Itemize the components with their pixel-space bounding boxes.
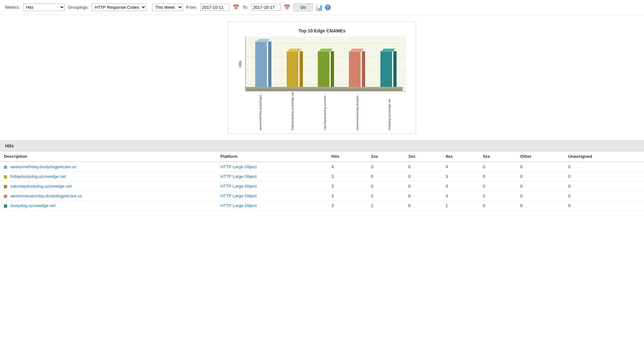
bar-3d[interactable] xyxy=(380,51,393,87)
chart-box: Top 10 Edge CNAMEs Hits xyxy=(228,21,416,134)
platform-link[interactable]: HTTP Large Object xyxy=(221,203,257,208)
cell-3xx: 0 xyxy=(404,201,442,211)
bar-wrapper[interactable] xyxy=(343,51,368,87)
cell-5xx: 0 xyxy=(479,191,516,201)
y-axis-label: Hits xyxy=(238,61,243,67)
col-description: Description xyxy=(0,151,217,162)
table-row: saturdaydustydog.azureedge.net HTTP Larg… xyxy=(0,181,644,191)
from-input[interactable] xyxy=(200,4,230,11)
cell-other: 0 xyxy=(516,191,564,201)
cell-2xx: 2 xyxy=(367,201,404,211)
section-header: Hits xyxy=(0,140,644,151)
go-button[interactable]: Go xyxy=(293,3,313,11)
data-table: Description Platform Hits 2xx 3xx 4xx 5x… xyxy=(0,151,644,211)
x-axis-label: awesomefriday.dustydogpetcare.us xyxy=(259,91,262,130)
x-axis-label: awesomesaturday.dustydogpetcare.us xyxy=(356,91,359,130)
cell-hits: 3 xyxy=(328,172,367,181)
cell-platform: HTTP Large Object xyxy=(217,181,328,191)
col-2xx: 2xx xyxy=(367,151,404,162)
cell-4xx: 3 xyxy=(442,172,479,181)
cell-3xx: 0 xyxy=(404,181,442,191)
section-title: Hits xyxy=(5,143,14,148)
cell-other: 0 xyxy=(516,201,564,211)
cell-4xx: 1 xyxy=(442,201,479,211)
cell-2xx: 0 xyxy=(367,181,404,191)
period-select[interactable]: Today Yesterday This Week Last Week This… xyxy=(152,4,183,11)
help-icon[interactable]: ? xyxy=(325,5,331,10)
col-hits: Hits xyxy=(328,151,367,162)
to-input[interactable] xyxy=(251,4,280,11)
platform-link[interactable]: HTTP Large Object xyxy=(221,184,257,189)
cell-5xx: 0 xyxy=(479,201,516,211)
from-label: From: xyxy=(186,5,197,10)
description-link[interactable]: saturdaydustydog.azureedge.net xyxy=(10,184,72,189)
cell-5xx: 0 xyxy=(479,172,516,181)
groupings-label: Groupings: xyxy=(68,5,89,10)
groupings-select[interactable]: HTTP Response Codes Platform Status xyxy=(92,4,146,11)
bar-wrapper[interactable] xyxy=(249,41,274,87)
cell-unassigned: 0 xyxy=(564,181,644,191)
cell-unassigned: 0 xyxy=(564,201,644,211)
from-calendar-icon[interactable]: 📅 xyxy=(233,4,239,10)
cell-4xx: 4 xyxy=(442,162,479,172)
toolbar: Metrics: Hits Data Transferred Cache Hit… xyxy=(0,0,644,15)
cell-platform: HTTP Large Object xyxy=(217,191,328,201)
color-dot xyxy=(4,204,7,208)
cell-2xx: 0 xyxy=(367,191,404,201)
bar-3d[interactable] xyxy=(255,41,268,87)
chart-container: Top 10 Edge CNAMEs Hits xyxy=(0,15,644,140)
cell-platform: HTTP Large Object xyxy=(217,172,328,181)
x-axis-label: saturdaydustydog.azureedge.net xyxy=(323,91,327,130)
col-other: Other xyxy=(516,151,564,162)
col-platform: Platform xyxy=(217,151,328,162)
metrics-label: Metrics: xyxy=(5,5,20,10)
x-labels: awesomefriday.dustydogpetcare.usfridaydu… xyxy=(238,91,406,130)
cell-5xx: 0 xyxy=(479,162,516,172)
cell-unassigned: 0 xyxy=(564,191,644,201)
to-calendar-icon[interactable]: 📅 xyxy=(284,4,290,10)
cell-platform: HTTP Large Object xyxy=(217,162,328,172)
cell-other: 0 xyxy=(516,172,564,181)
col-4xx: 4xx xyxy=(442,151,479,162)
cell-other: 0 xyxy=(516,181,564,191)
cell-2xx: 0 xyxy=(367,162,404,172)
cell-3xx: 0 xyxy=(404,191,442,201)
cell-description: awesomefriday.dustydogpetcare.us xyxy=(0,162,217,172)
description-link[interactable]: dustydog.azureedge.net xyxy=(10,203,56,208)
description-link[interactable]: awesomefriday.dustydogpetcare.us xyxy=(10,164,77,169)
x-axis-label: dustydog.azureedge.net xyxy=(388,91,391,130)
cell-unassigned: 0 xyxy=(564,162,644,172)
cell-2xx: 0 xyxy=(367,172,404,181)
col-3xx: 3xx xyxy=(404,151,442,162)
table-row: fridaydustydog.azureedge.net HTTP Large … xyxy=(0,172,644,181)
bar-wrapper[interactable] xyxy=(312,51,337,87)
bar-wrapper[interactable] xyxy=(280,51,305,87)
bar-3d[interactable] xyxy=(349,51,362,87)
cell-hits: 4 xyxy=(328,162,367,172)
cell-3xx: 0 xyxy=(404,172,442,181)
excel-icon[interactable]: 📊 xyxy=(315,4,323,11)
cell-4xx: 3 xyxy=(442,181,479,191)
cell-platform: HTTP Large Object xyxy=(217,201,328,211)
cell-hits: 3 xyxy=(328,191,367,201)
bar-wrapper[interactable] xyxy=(374,51,400,87)
cell-unassigned: 0 xyxy=(564,172,644,181)
platform-link[interactable]: HTTP Large Object xyxy=(221,174,257,179)
description-link[interactable]: fridaydustydog.azureedge.net xyxy=(10,174,66,179)
table-row: dustydog.azureedge.net HTTP Large Object… xyxy=(0,201,644,211)
color-dot xyxy=(4,175,7,179)
bar-3d[interactable] xyxy=(318,51,331,87)
platform-link[interactable]: HTTP Large Object xyxy=(221,193,257,198)
description-link[interactable]: awesomesaturday.dustydogpetcare.us xyxy=(10,193,82,198)
x-axis-label: fridaydustydog.azureedge.net xyxy=(291,91,294,130)
cell-description: saturdaydustydog.azureedge.net xyxy=(0,181,217,191)
chart-inner: Hits xyxy=(238,37,406,91)
platform-link[interactable]: HTTP Large Object xyxy=(221,164,257,169)
metrics-select[interactable]: Hits Data Transferred Cache Hit Ratio xyxy=(23,4,65,11)
bar-3d[interactable] xyxy=(287,51,300,87)
cell-description: awesomesaturday.dustydogpetcare.us xyxy=(0,191,217,201)
cell-hits: 3 xyxy=(328,181,367,191)
toolbar-right: Go 📊 ? xyxy=(293,3,330,11)
col-unassigned: Unassigned xyxy=(564,151,644,162)
bars-row xyxy=(249,41,400,87)
